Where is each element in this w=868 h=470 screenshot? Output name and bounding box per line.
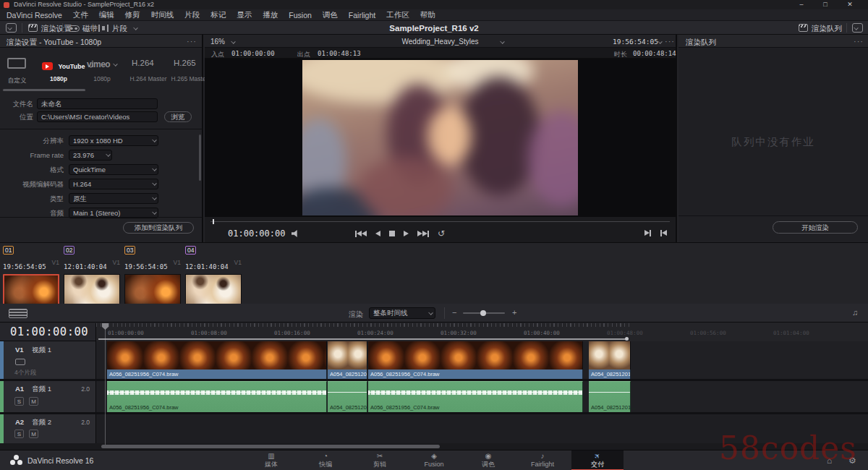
- nav-fusion[interactable]: ◈ Fusion: [411, 450, 457, 470]
- menu-color[interactable]: 调色: [323, 10, 338, 20]
- timeline-h-scrollbar[interactable]: [101, 445, 440, 448]
- nav-fairlight[interactable]: ♪ Fairlight: [519, 450, 566, 470]
- resolution-label: 分辨率: [0, 137, 64, 146]
- audio-waveform-toggle-icon[interactable]: ♫: [852, 308, 858, 317]
- nav-media[interactable]: ▥ 媒体: [248, 450, 294, 470]
- loop-button[interactable]: ↺: [438, 230, 445, 237]
- framerate-select[interactable]: 23.976: [69, 150, 112, 161]
- menu-edit[interactable]: 编辑: [99, 10, 114, 20]
- add-to-render-queue-button[interactable]: 添加到渲染队列: [123, 222, 194, 234]
- timeline-view-icon[interactable]: [9, 309, 27, 318]
- timeline-ruler[interactable]: 01:00:00:00 01:00:08:00 01:00:16:00 01:0…: [96, 323, 868, 341]
- render-range-dropdown[interactable]: 整条时间线: [369, 307, 435, 319]
- preset-youtube[interactable]: YouTube: [42, 59, 93, 72]
- viewer-playhead[interactable]: [213, 219, 214, 224]
- menu-trim[interactable]: 修剪: [125, 10, 140, 20]
- clip-thumbnail[interactable]: [3, 274, 59, 305]
- nav-deliver-active[interactable]: ✈ 交付: [571, 450, 624, 470]
- menu-workspace[interactable]: 工作区: [386, 10, 409, 20]
- type-select[interactable]: 原生: [69, 193, 158, 204]
- match-frame-in-button[interactable]: [660, 230, 667, 236]
- menu-timeline[interactable]: 时间线: [151, 10, 174, 20]
- zoom-out-button[interactable]: −: [452, 308, 456, 317]
- zoom-slider[interactable]: [463, 312, 505, 314]
- settings-gear-icon[interactable]: ⚙: [848, 456, 856, 466]
- timeline-audio-clip-2[interactable]: A054_0825120...: [328, 381, 367, 412]
- zoom-in-button[interactable]: +: [512, 308, 516, 317]
- viewer-timecode[interactable]: 19:56:54:05: [613, 38, 658, 46]
- match-frame-out-button[interactable]: [644, 230, 651, 236]
- menu-davinci-resolve[interactable]: DaVinci Resolve: [7, 11, 62, 20]
- preset-scrollbar[interactable]: [3, 89, 85, 91]
- zoom-slider-handle[interactable]: [480, 310, 486, 316]
- play-button[interactable]: [404, 231, 409, 236]
- codec-select[interactable]: H.264: [69, 179, 158, 189]
- mute-button[interactable]: M: [29, 397, 38, 406]
- nav-cut[interactable]: ◔ 快编: [302, 450, 349, 470]
- maximize-button[interactable]: □: [816, 1, 835, 8]
- solo-button[interactable]: S: [14, 430, 24, 438]
- auto-select-icon[interactable]: [15, 359, 25, 365]
- timeline-audio-clip-3[interactable]: A056_08251956_C074.braw: [368, 381, 583, 412]
- youtube-logo-icon: [42, 62, 53, 70]
- timeline-audio-clip-4[interactable]: A054_08251201...: [589, 381, 631, 412]
- custom-preset-icon[interactable]: [7, 58, 26, 69]
- close-button[interactable]: ✕: [841, 1, 859, 8]
- stop-button[interactable]: [389, 231, 395, 236]
- menu-view[interactable]: 显示: [237, 10, 252, 20]
- play-reverse-button[interactable]: [375, 231, 380, 236]
- clip-thumbnail[interactable]: [124, 274, 181, 305]
- timeline-name-dropdown[interactable]: Wedding_Heavy_Styles: [205, 38, 676, 46]
- menu-file[interactable]: 文件: [73, 10, 88, 20]
- filename-input[interactable]: 未命名: [37, 98, 158, 109]
- clip-thumbnail[interactable]: [185, 274, 242, 305]
- viewer-current-timecode: 01:00:00:00: [228, 228, 285, 239]
- playhead-line: [105, 329, 106, 445]
- menu-clip[interactable]: 片段: [184, 10, 200, 20]
- viewer-scrubber[interactable]: [205, 219, 676, 223]
- timeline-scroll-range[interactable]: [98, 338, 626, 340]
- app-logo-icon: [4, 2, 9, 8]
- codec-label: 视频编解码器: [0, 180, 64, 189]
- timeline-current-timecode[interactable]: 01:00:00:00: [10, 325, 88, 338]
- menu-mark[interactable]: 标记: [210, 10, 226, 20]
- nav-edit[interactable]: ✂ 剪辑: [357, 450, 403, 470]
- panel-scrollbar[interactable]: [199, 134, 201, 181]
- format-select[interactable]: QuickTime: [69, 164, 158, 175]
- preset-vimeo[interactable]: vimeo: [87, 57, 117, 70]
- menu-fairlight[interactable]: Fairlight: [349, 11, 375, 20]
- location-input[interactable]: C:\Users\MSI Creator\Videos: [37, 111, 158, 122]
- menu-fusion[interactable]: Fusion: [289, 11, 312, 20]
- timeline-scroll-handle[interactable]: [625, 337, 629, 341]
- panel-options-icon[interactable]: ···: [187, 37, 197, 46]
- start-render-button[interactable]: 开始渲染: [773, 221, 858, 234]
- home-project-manager-icon[interactable]: ⌂: [827, 456, 832, 466]
- render-queue-button[interactable]: 渲染队列: [812, 24, 842, 34]
- track-color-strip: [0, 341, 4, 379]
- browse-button[interactable]: 浏览: [164, 111, 192, 122]
- track-color-strip: [0, 381, 4, 412]
- go-to-last-frame-button[interactable]: [417, 231, 429, 237]
- render-queue-toggle-icon[interactable]: [852, 23, 863, 33]
- track-header-a1[interactable]: A1 音频 1 2.0 S M: [0, 381, 96, 412]
- timeline-audio-clip-1[interactable]: A056_08251956_C074.braw: [107, 381, 327, 412]
- viewer-options-icon[interactable]: ···: [665, 37, 675, 46]
- menu-playback[interactable]: 播放: [263, 10, 278, 20]
- preset-custom[interactable]: 自定义: [8, 77, 27, 85]
- go-to-first-frame-button[interactable]: [355, 231, 367, 237]
- speaker-icon[interactable]: [292, 230, 299, 237]
- solo-button[interactable]: S: [14, 397, 24, 406]
- minimize-button[interactable]: –: [792, 1, 811, 8]
- track-header-v1[interactable]: V1 视频 1 4个片段: [0, 341, 96, 379]
- queue-options-icon[interactable]: ···: [854, 37, 864, 46]
- clip-thumbnail[interactable]: [64, 274, 120, 305]
- nav-color[interactable]: ◉ 调色: [465, 450, 511, 470]
- menu-help[interactable]: 帮助: [420, 10, 435, 20]
- track-header-a2[interactable]: A2 音频 2 2.0 S M: [0, 414, 96, 443]
- preset-h264[interactable]: H.264: [132, 59, 154, 67]
- preset-h265[interactable]: H.265: [174, 59, 196, 67]
- color-page-icon: ◉: [465, 452, 511, 461]
- clip-strip: 01 19:56:54:05 V1 Blackmagic RAW 02 12:0…: [0, 242, 868, 304]
- resolution-select[interactable]: 1920 x 1080 HD: [69, 135, 158, 146]
- mute-button[interactable]: M: [29, 430, 38, 438]
